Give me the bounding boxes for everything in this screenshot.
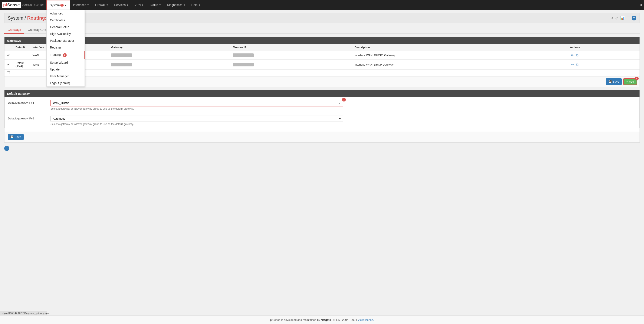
nav-item-services[interactable]: Services ▼ (111, 0, 132, 10)
nav-item-status[interactable]: Status ▼ (147, 0, 164, 10)
menu-routing[interactable]: Routing 2 (47, 51, 84, 59)
pf-logo: pf (3, 2, 7, 7)
nav-link-interfaces[interactable]: Interfaces ▼ (70, 0, 92, 10)
default-gateway-heading: Default gateway (4, 90, 640, 97)
menu-register[interactable]: Register (47, 44, 84, 51)
firewall-caret: ▼ (106, 4, 108, 6)
menu-high-availability[interactable]: High Availability (47, 30, 84, 37)
table-icon[interactable]: ☰ (626, 16, 630, 20)
ipv4-help: Select a gateway or failover gateway gro… (50, 107, 636, 110)
row1-actions-cell: ✏ ⧉ (568, 51, 640, 60)
chart-icon[interactable]: 📊 (620, 16, 625, 20)
row1-copy-button[interactable]: ⧉ (575, 53, 579, 58)
content-wrapper: System / Routing: Gateways ↺ ⊙ 📊 ☰ ? Gat… (0, 10, 644, 167)
row2-monitor-blurred: 136.xxx.xxx.xxx (233, 63, 254, 66)
services-label: Services (114, 3, 126, 6)
row1-monitor-blurred: 136.xxx.xxx.xxx (233, 53, 254, 57)
help-circle-icon[interactable]: ? (632, 16, 636, 20)
page-header: System / Routing: Gateways ↺ ⊙ 📊 ☰ ? (4, 13, 640, 23)
nav-link-vpn[interactable]: VPN ▼ (132, 0, 147, 10)
vpn-caret: ▼ (142, 4, 144, 6)
dg-save-icon: 💾 (10, 135, 14, 139)
interfaces-caret: ▼ (87, 4, 89, 6)
row2-actions-cell: ✏ ⧉ (568, 60, 640, 70)
row1-gateway-cell: 136.xxx.xxx.xxx (108, 51, 230, 60)
info-section: i (4, 146, 640, 151)
row2-copy-button[interactable]: ⧉ (575, 62, 579, 67)
ipv6-help: Select a gateway or failover gateway gro… (50, 123, 636, 126)
select-all-checkbox[interactable] (7, 71, 10, 74)
info-icon[interactable]: i (4, 146, 9, 151)
menu-certificates[interactable]: Certificates (47, 17, 84, 24)
row2-edit-button[interactable]: ✏ (570, 62, 574, 67)
empty-checkbox-cell[interactable] (4, 70, 13, 77)
firewall-label: Firewall (95, 3, 105, 6)
nav-item-firewall[interactable]: Firewall ▼ (92, 0, 111, 10)
help-label: Help (192, 3, 198, 6)
save-button[interactable]: 💾 Save (606, 78, 622, 85)
ipv6-label: Default gateway IPv6 (8, 116, 50, 120)
nav-item-diagnostics[interactable]: Diagnostics ▼ (164, 0, 188, 10)
nav-link-status[interactable]: Status ▼ (147, 0, 164, 10)
ipv4-control-wrap: WAN_DHCP WAN_DHCP6 Automatic None 3 Sele… (50, 100, 636, 110)
menu-update[interactable]: Update (47, 66, 84, 73)
sense-logo: Sense (7, 2, 20, 7)
nav-item-interfaces[interactable]: Interfaces ▼ (70, 0, 92, 10)
gateways-panel-heading: Gateways (4, 37, 640, 44)
gateways-table-actions: 💾 Save + Add 4 (4, 76, 640, 87)
ipv4-row: Default gateway IPv4 WAN_DHCP WAN_DHCP6 … (5, 97, 639, 113)
save-label: Save (613, 80, 619, 83)
menu-user-manager[interactable]: User Manager (47, 73, 84, 80)
brand-logo[interactable]: pfSense COMMUNITY EDITION (2, 2, 44, 8)
nav-item-vpn[interactable]: VPN ▼ (132, 0, 147, 10)
row2-gateway-cell: 136.xxx.xxx.xxx (108, 60, 230, 70)
nav-link-diagnostics[interactable]: Diagnostics ▼ (164, 0, 188, 10)
th-gateway: Gateway (108, 44, 230, 51)
navbar: pfSense COMMUNITY EDITION System 1 ▼ Adv… (0, 0, 644, 10)
row2-monitor-cell: 136.xxx.xxx.xxx (230, 60, 352, 70)
navbar-right-icon[interactable]: ⇥ (639, 2, 642, 7)
row2-check-icon: ✔ (7, 63, 10, 66)
nav-link-system[interactable]: System 1 ▼ (46, 0, 70, 10)
nav-menu: System 1 ▼ Advanced Certificates General… (46, 0, 204, 10)
row2-gateway-blurred: 136.xxx.xxx.xxx (111, 63, 132, 66)
nav-link-help[interactable]: Help ▼ (188, 0, 204, 10)
default-gateway-panel: Default gateway Default gateway IPv4 WAN… (4, 90, 640, 143)
menu-advanced[interactable]: Advanced (47, 10, 84, 17)
system-label: System (50, 3, 60, 7)
system-dropdown: Advanced Certificates General Setup High… (46, 10, 85, 87)
th-checkbox (4, 44, 13, 51)
nav-link-services[interactable]: Services ▼ (111, 0, 132, 10)
routing-label: Routing (50, 53, 61, 56)
page-header-icons: ↺ ⊙ 📊 ☰ ? (610, 16, 636, 20)
menu-logout[interactable]: Logout (admin) (47, 80, 84, 86)
refresh-icon[interactable]: ↺ (610, 16, 614, 20)
ipv4-select[interactable]: WAN_DHCP WAN_DHCP6 Automatic None (50, 100, 343, 106)
routing-badge: 2 (63, 53, 67, 57)
row1-checkbox-cell[interactable]: ✔ (4, 51, 13, 60)
nav-item-help[interactable]: Help ▼ (188, 0, 204, 10)
dg-save-label: Save (15, 135, 21, 139)
system-caret: ▼ (64, 4, 67, 6)
page-title-main: System / (8, 15, 26, 21)
row2-default-cell: Default (IPv4) (13, 60, 30, 70)
row2-checkbox-cell[interactable]: ✔ (4, 60, 13, 70)
ipv4-label: Default gateway IPv4 (8, 100, 50, 104)
tab-gateways[interactable]: Gateways (4, 26, 24, 34)
add-button[interactable]: + Add 4 (623, 78, 637, 85)
stop-icon[interactable]: ⊙ (615, 16, 618, 20)
row1-edit-button[interactable]: ✏ (570, 53, 574, 58)
nav-tabs: Gateways Gateway Groups (4, 26, 640, 34)
nav-item-system[interactable]: System 1 ▼ Advanced Certificates General… (46, 0, 70, 10)
default-gateway-actions: 💾 Save (4, 132, 640, 142)
add-label: Add (629, 80, 634, 83)
default-gateway-save-button[interactable]: 💾 Save (8, 134, 24, 140)
ipv6-select[interactable]: Automatic WAN_DHCP6 None (50, 116, 343, 122)
menu-general-setup[interactable]: General Setup (47, 24, 84, 30)
help-caret: ▼ (198, 4, 200, 6)
nav-link-firewall[interactable]: Firewall ▼ (92, 0, 111, 10)
empty-cell (13, 70, 640, 77)
menu-package-manager[interactable]: Package Manager (47, 37, 84, 44)
interfaces-label: Interfaces (73, 3, 86, 6)
menu-setup-wizard[interactable]: Setup Wizard (47, 59, 84, 66)
